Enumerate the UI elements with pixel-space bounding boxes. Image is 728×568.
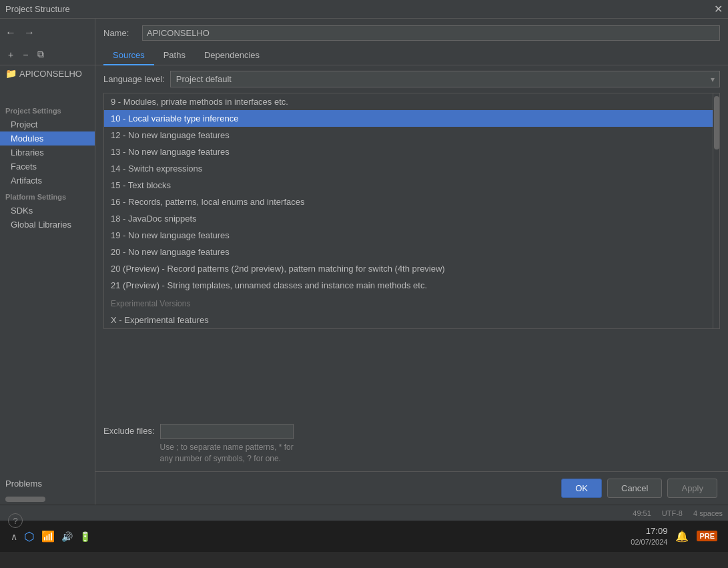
jetbrains-icon: PRE [697,531,717,541]
volume-icon: 🔊 [61,531,73,542]
encoding-status: UTF-8 [662,509,683,517]
sidebar-nav-buttons: ← → [0,24,95,44]
taskbar-clock: 17:09 02/07/2024 [631,525,667,548]
title-bar: Project Structure ✕ [0,0,728,19]
sidebar-item-problems[interactable]: Problems [0,477,95,494]
project-settings-section: Project Settings [0,101,95,117]
remove-button[interactable]: − [19,47,32,62]
dropdown-item-exp-section: Experimental Versions [104,294,713,312]
taskbar-icons: ∧ ⬡ 📶 🔊 🔋 [11,529,91,544]
tab-paths[interactable]: Paths [154,46,195,65]
ok-button[interactable]: OK [561,479,602,498]
tabs-row: Sources Paths Dependencies [95,46,728,65]
chevron-up-icon: ∧ [11,531,17,542]
add-button[interactable]: + [4,47,17,62]
name-input[interactable] [142,25,720,41]
sidebar: ← → + − ⧉ 📁 APICONSELHO Project Settings… [0,19,95,505]
dropdown-item-12[interactable]: 12 - No new language features [104,127,713,144]
tab-dependencies[interactable]: Dependencies [195,46,269,65]
dropdown-scrollbar-track[interactable] [713,93,719,328]
exclude-area: Exclude files: Use ; to separate name pa… [95,417,728,471]
dropdown-item-20b[interactable]: 20 (Preview) - Record patterns (2nd prev… [104,260,713,277]
notification-icon[interactable]: 🔔 [675,530,689,543]
module-icon: 📁 [5,68,17,79]
dropdown-item-21[interactable]: 21 (Preview) - String templates, unnamed… [104,277,713,294]
status-bar: 49:51 UTF-8 4 spaces [0,505,728,521]
sidebar-item-sdks[interactable]: SDKs [0,204,95,218]
dropdown-item-9[interactable]: 9 - Modules, private methods in interfac… [104,93,713,110]
copy-button[interactable]: ⧉ [33,47,48,62]
wifi-icon: 📶 [41,530,55,543]
back-button[interactable]: ← [3,25,19,40]
sidebar-item-libraries[interactable]: Libraries [0,146,95,160]
dropdown-item-20a[interactable]: 20 - No new language features [104,244,713,260]
name-label: Name: [103,28,137,38]
name-row: Name: [95,19,728,46]
network-icon: ⬡ [24,529,35,544]
dropdown-item-19[interactable]: 19 - No new language features [104,227,713,244]
language-level-label: Language level: [103,74,165,84]
dropdown-item-15[interactable]: 15 - Text blocks [104,177,713,194]
sidebar-scrollbar[interactable] [5,497,45,502]
language-level-select[interactable]: Project default [170,71,720,87]
content-area: ← → + − ⧉ 📁 APICONSELHO Project Settings… [0,19,728,505]
battery-icon: 🔋 [79,531,91,542]
taskbar-right: 17:09 02/07/2024 🔔 PRE [631,525,717,548]
dropdown-item-18[interactable]: 18 - JavaDoc snippets [104,210,713,227]
indent-status: 4 spaces [693,509,723,517]
exclude-hint: Use ; to separate name patterns, * for a… [160,442,294,465]
taskbar: ∧ ⬡ 📶 🔊 🔋 17:09 02/07/2024 🔔 PRE [0,521,728,552]
dropdown-scrollbar-thumb [714,96,719,150]
bottom-buttons: OK Cancel Apply [95,471,728,505]
cursor-position: 49:51 [633,509,651,517]
main-panel: Name: Sources Paths Dependencies Languag… [95,19,728,505]
dropdown-item-14[interactable]: 14 - Switch expressions [104,160,713,177]
dropdown-item-x[interactable]: X - Experimental features [104,312,713,328]
apply-button[interactable]: Apply [667,479,717,498]
status-bar-right: 49:51 UTF-8 4 spaces [633,509,723,517]
exclude-files-input[interactable] [160,424,294,439]
help-button[interactable]: ? [8,513,23,528]
sidebar-item-facets[interactable]: Facets [0,160,95,174]
dropdown-container: 9 - Modules, private methods in interfac… [103,93,720,329]
close-button[interactable]: ✕ [714,4,723,15]
sidebar-item-project[interactable]: Project [0,117,95,131]
taskbar-date: 02/07/2024 [631,537,667,547]
sidebar-item-artifacts[interactable]: Artifacts [0,174,95,188]
window-title: Project Structure [5,4,70,14]
sidebar-item-modules[interactable]: Modules [0,131,95,146]
taskbar-time: 17:09 [631,525,667,537]
module-name: APICONSELHO [19,69,82,79]
tab-sources[interactable]: Sources [103,46,154,65]
platform-settings-section: Platform Settings [0,188,95,204]
module-item-apiconselho[interactable]: 📁 APICONSELHO [0,65,95,81]
toolbar-row: + − ⧉ [0,44,95,65]
forward-button[interactable]: → [21,25,37,40]
language-level-select-wrapper: Project default ▾ [170,71,720,87]
exclude-files-label: Exclude files: [103,424,155,436]
dropdown-item-10[interactable]: 10 - Local variable type inference [104,110,713,127]
sidebar-item-global-libraries[interactable]: Global Libraries [0,218,95,232]
dropdown-item-16[interactable]: 16 - Records, patterns, local enums and … [104,194,713,210]
lang-level-row: Language level: Project default ▾ [95,65,728,93]
cancel-button[interactable]: Cancel [607,479,662,498]
dropdown-item-13[interactable]: 13 - No new language features [104,144,713,160]
dropdown-items-list: 9 - Modules, private methods in interfac… [104,93,713,328]
exclude-right: Use ; to separate name patterns, * for a… [160,424,294,465]
